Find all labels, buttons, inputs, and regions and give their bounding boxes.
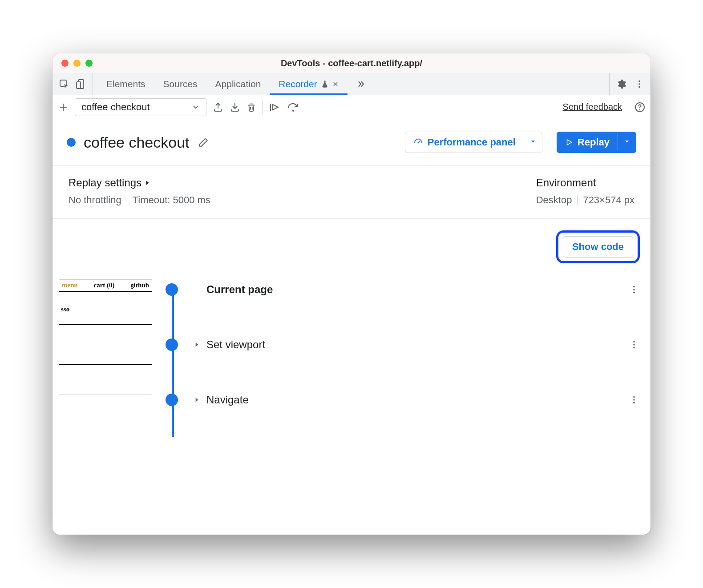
show-code-button[interactable]: Show code bbox=[563, 236, 633, 258]
svg-rect-2 bbox=[77, 82, 81, 89]
recorder-toolbar: coffee checkout Send feedback bbox=[53, 95, 650, 119]
recording-status-dot bbox=[67, 138, 76, 147]
step-navigate[interactable]: Navigate bbox=[166, 390, 639, 410]
svg-point-6 bbox=[292, 110, 294, 112]
replay-settings-heading[interactable]: Replay settings bbox=[69, 177, 536, 189]
new-recording-icon[interactable] bbox=[58, 102, 69, 113]
window-minimize-button[interactable] bbox=[73, 60, 81, 67]
svg-point-8 bbox=[639, 109, 640, 110]
svg-point-10 bbox=[633, 286, 635, 288]
device-toolbar-icon[interactable] bbox=[76, 79, 86, 89]
throttling-value: No throttling bbox=[69, 194, 121, 206]
svg-point-13 bbox=[633, 341, 635, 343]
svg-point-11 bbox=[633, 289, 635, 290]
step-label: Set viewport bbox=[206, 338, 265, 351]
window-titlebar: DevTools - coffee-cart.netlify.app/ bbox=[53, 53, 650, 73]
recording-title-row: coffee checkout Performance panel Replay bbox=[53, 119, 650, 166]
tab-elements[interactable]: Elements bbox=[97, 73, 154, 95]
chevron-right-icon bbox=[193, 342, 200, 348]
recording-select-label: coffee checkout bbox=[81, 101, 150, 113]
delete-icon[interactable] bbox=[246, 102, 256, 112]
show-code-highlight: Show code bbox=[556, 230, 640, 263]
step-dot bbox=[166, 394, 178, 406]
step-set-viewport[interactable]: Set viewport bbox=[166, 334, 639, 355]
replay-button-more[interactable] bbox=[618, 133, 636, 151]
edit-title-icon[interactable] bbox=[198, 137, 209, 148]
step-label: Navigate bbox=[206, 394, 249, 406]
step-more-icon[interactable] bbox=[629, 395, 639, 405]
step-label: Current page bbox=[206, 283, 273, 296]
thumb-github: github bbox=[130, 282, 149, 289]
svg-point-14 bbox=[633, 344, 635, 346]
window-traffic-lights bbox=[61, 60, 93, 67]
close-icon[interactable] bbox=[332, 81, 339, 87]
more-tabs-button[interactable] bbox=[347, 73, 374, 95]
replay-button-label: Replay bbox=[578, 137, 610, 148]
devtools-panel-bar: Elements Sources Application Recorder bbox=[53, 73, 650, 95]
tab-sources[interactable]: Sources bbox=[154, 73, 206, 95]
timeline-line bbox=[172, 286, 174, 437]
import-icon[interactable] bbox=[230, 102, 240, 113]
gear-icon[interactable] bbox=[616, 79, 626, 89]
gauge-icon bbox=[413, 137, 423, 147]
step-over-icon[interactable] bbox=[287, 102, 299, 113]
step-current-page[interactable]: Current page bbox=[166, 279, 639, 300]
window-close-button[interactable] bbox=[61, 60, 69, 67]
thumb-cart: cart (0) bbox=[94, 282, 115, 289]
thumb-menu: menu bbox=[62, 282, 78, 289]
send-feedback-link[interactable]: Send feedback bbox=[563, 102, 622, 112]
step-thumbnail: menu cart (0) github sso bbox=[59, 279, 152, 395]
step-dot bbox=[166, 283, 178, 296]
svg-point-16 bbox=[633, 396, 635, 398]
performance-panel-more[interactable] bbox=[524, 133, 542, 151]
recording-title: coffee checkout bbox=[84, 134, 190, 151]
svg-point-9 bbox=[417, 142, 419, 143]
thumb-cell: sso bbox=[61, 306, 69, 313]
performance-panel-label: Performance panel bbox=[428, 137, 516, 148]
svg-point-4 bbox=[638, 83, 640, 85]
inspect-element-icon[interactable] bbox=[59, 79, 69, 89]
replay-button[interactable]: Replay bbox=[557, 132, 636, 153]
device-value: Desktop bbox=[536, 194, 572, 206]
svg-point-3 bbox=[638, 80, 640, 82]
window-title: DevTools - coffee-cart.netlify.app/ bbox=[281, 58, 422, 68]
devtools-window: DevTools - coffee-cart.netlify.app/ Elem… bbox=[53, 53, 650, 535]
help-icon[interactable] bbox=[634, 102, 645, 113]
flask-icon bbox=[321, 80, 329, 88]
performance-panel-button[interactable]: Performance panel bbox=[405, 132, 542, 153]
continue-icon[interactable] bbox=[269, 102, 281, 113]
svg-point-18 bbox=[633, 402, 635, 404]
show-code-row: Show code bbox=[53, 219, 650, 275]
window-zoom-button[interactable] bbox=[85, 60, 93, 67]
recording-settings: Replay settings No throttling Timeout: 5… bbox=[53, 166, 650, 219]
export-icon[interactable] bbox=[213, 102, 223, 113]
recording-steps: menu cart (0) github sso Current page bbox=[53, 275, 650, 410]
chevron-double-right-icon bbox=[356, 80, 365, 89]
timeout-value: Timeout: 5000 ms bbox=[133, 194, 210, 206]
kebab-menu-icon[interactable] bbox=[634, 79, 644, 89]
tab-application[interactable]: Application bbox=[206, 73, 270, 95]
expand-right-icon bbox=[144, 180, 150, 186]
tab-recorder[interactable]: Recorder bbox=[270, 73, 347, 95]
recording-select[interactable]: coffee checkout bbox=[75, 98, 206, 116]
step-more-icon[interactable] bbox=[629, 285, 639, 294]
svg-point-5 bbox=[638, 86, 640, 88]
chevron-down-icon bbox=[192, 103, 200, 111]
chevron-right-icon bbox=[193, 397, 200, 403]
svg-point-17 bbox=[633, 399, 635, 401]
svg-point-12 bbox=[633, 292, 635, 294]
viewport-value: 723×574 px bbox=[583, 194, 634, 206]
step-dot bbox=[166, 338, 178, 351]
step-more-icon[interactable] bbox=[629, 340, 639, 350]
svg-point-15 bbox=[633, 347, 635, 349]
environment-heading: Environment bbox=[536, 177, 634, 189]
play-icon bbox=[565, 138, 573, 146]
